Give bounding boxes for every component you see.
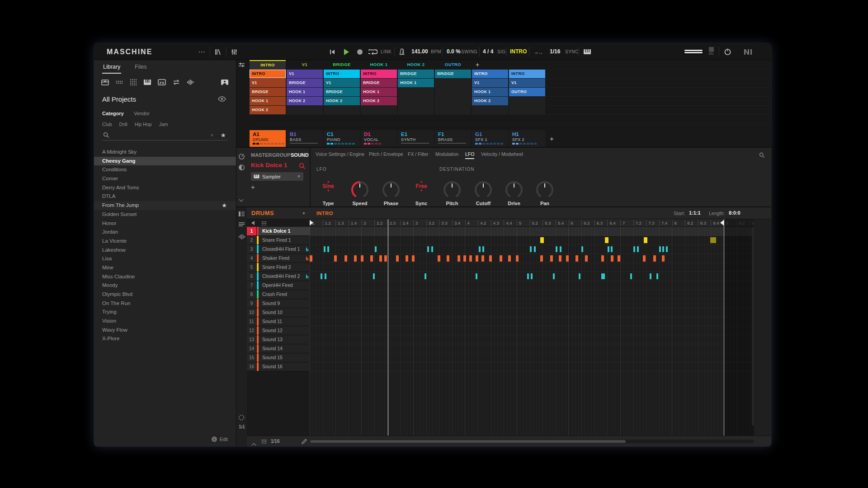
pattern-slot-empty[interactable] <box>472 106 508 114</box>
pattern-clip[interactable]: V1 <box>472 79 508 87</box>
loop-button[interactable] <box>367 43 379 60</box>
note-event[interactable] <box>427 246 429 252</box>
note-event[interactable] <box>476 255 478 262</box>
sound-row[interactable]: 9Sound 9 <box>247 299 310 308</box>
pattern-end-flag[interactable] <box>720 220 724 225</box>
note-event[interactable] <box>379 255 382 262</box>
projects-filter-icon[interactable] <box>101 79 109 86</box>
note-event[interactable] <box>581 246 583 252</box>
page-tab-pitch-envelope[interactable]: Pitch / Envelope <box>369 151 403 157</box>
panel-search-icon[interactable] <box>759 152 765 158</box>
selector-sync[interactable]: ▲Free▼ <box>408 180 435 192</box>
page-tab-lfo[interactable]: LFO <box>465 151 474 159</box>
note-event[interactable] <box>540 255 543 262</box>
horizontal-scrollbar-thumb[interactable] <box>310 440 626 443</box>
list-item-project[interactable]: Olympic Blvd <box>94 290 236 299</box>
pattern-start-flag[interactable] <box>310 220 313 225</box>
note-event[interactable] <box>710 237 716 243</box>
scene-tab-hook-2[interactable]: HOOK 2 <box>398 60 434 69</box>
note-event[interactable] <box>516 255 519 262</box>
note-event[interactable] <box>500 255 502 262</box>
pattern-group-selector[interactable]: DRUMS <box>251 210 274 216</box>
group-cell-synth[interactable]: E1SYNTH <box>398 130 434 147</box>
list-item-project[interactable]: Trying <box>94 308 236 317</box>
add-scene-button[interactable]: + <box>476 60 479 69</box>
scope-tab-group[interactable]: GROUP <box>272 152 290 158</box>
pattern-clip[interactable]: HOOK 2 <box>324 97 360 105</box>
pattern-clip[interactable]: BRIDGE <box>361 79 397 87</box>
note-event[interactable] <box>531 273 533 279</box>
note-event[interactable] <box>458 255 460 262</box>
note-event[interactable] <box>601 255 604 262</box>
sound-row[interactable]: 1Kick Dolce 1 <box>247 227 310 236</box>
tag-jam[interactable]: Jam <box>159 122 168 127</box>
restart-icon[interactable] <box>327 43 337 60</box>
fx-filter-icon[interactable]: FX <box>158 79 166 85</box>
pattern-clip[interactable]: V1 <box>509 79 545 87</box>
pattern-slot-empty[interactable] <box>361 106 397 114</box>
pattern-clip[interactable]: V1 <box>324 79 360 87</box>
keyboard-view-icon[interactable] <box>238 211 245 217</box>
pattern-clip[interactable]: BRIDGE <box>287 79 323 87</box>
tag-hip-hop[interactable]: Hip Hop <box>135 122 152 127</box>
sound-search-icon[interactable] <box>299 163 306 169</box>
note-event[interactable] <box>566 255 569 262</box>
step-grid-icon[interactable] <box>261 221 267 225</box>
quantize-value[interactable]: 1/16 <box>550 43 560 60</box>
group-cell-piano[interactable]: C1PIANO <box>324 130 360 147</box>
filter-tab-vendor[interactable]: Vendor <box>134 111 150 116</box>
note-event[interactable] <box>476 273 477 279</box>
overflow-menu-icon[interactable]: ⋯ <box>196 43 207 60</box>
browser-toggle-icon[interactable] <box>212 43 223 60</box>
pattern-clip[interactable]: INTRO <box>324 70 360 78</box>
group-cell-vocal[interactable]: D1VOCAL <box>361 130 397 147</box>
sound-row[interactable]: 16Sound 16 <box>247 362 310 371</box>
filter-tab-category[interactable]: Category <box>102 111 124 116</box>
pattern-clip[interactable]: HOOK 2 <box>472 97 508 105</box>
add-plugin-button[interactable]: + <box>251 183 255 191</box>
note-event[interactable] <box>662 255 665 262</box>
tag-drill[interactable]: Drill <box>119 122 127 127</box>
note-event[interactable] <box>530 246 532 252</box>
note-event[interactable] <box>579 273 580 279</box>
sound-name[interactable]: Kick Dolce 1 <box>251 162 287 169</box>
pattern-slot-empty[interactable] <box>287 106 323 114</box>
note-event[interactable] <box>334 255 337 262</box>
pattern-clip[interactable]: BRIDGE <box>324 88 360 96</box>
scope-tab-sound[interactable]: SOUND <box>291 152 309 158</box>
note-event[interactable] <box>585 255 588 262</box>
selector-down-arrow-icon[interactable]: ▼ <box>408 189 435 192</box>
sound-row[interactable]: 15Sound 15 <box>247 353 310 362</box>
show-results-eye-icon[interactable] <box>218 96 226 102</box>
sound-row[interactable]: 7OpenHH Fired <box>247 281 310 290</box>
note-event[interactable] <box>325 273 326 279</box>
pattern-slot-empty[interactable] <box>324 106 360 114</box>
list-item-project[interactable]: Jordan <box>94 228 236 237</box>
timeline-ruler[interactable]: 11.21.31.422.22.32.433.23.33.444.24.34.4… <box>310 219 754 227</box>
follow-playhead-icon[interactable]: →‥ <box>532 43 544 60</box>
pattern-slot-empty[interactable] <box>435 88 471 96</box>
power-icon[interactable] <box>722 43 733 60</box>
scene-tab-outro[interactable]: OUTRO <box>435 60 471 69</box>
scene-tab-hook-1[interactable]: HOOK 1 <box>361 60 397 69</box>
pattern-clip[interactable]: V1 <box>250 79 286 87</box>
pattern-clip[interactable]: HOOK 1 <box>398 79 434 87</box>
tab-library[interactable]: Library <box>102 61 121 74</box>
sound-row[interactable]: 12Sound 12 <box>247 326 310 335</box>
sound-row[interactable]: 14Sound 14 <box>247 344 310 353</box>
grid-setting-icon[interactable] <box>261 439 267 444</box>
note-event[interactable] <box>447 255 449 262</box>
pattern-clip[interactable]: INTRO <box>361 70 397 78</box>
pattern-clip[interactable]: HOOK 2 <box>287 97 323 105</box>
note-event[interactable] <box>310 255 312 262</box>
info-icon[interactable]: i <box>212 436 217 442</box>
sample-view-icon[interactable] <box>238 234 245 240</box>
pattern-clip[interactable]: OUTRO <box>509 88 545 96</box>
horizontal-scrollbar-track[interactable] <box>310 440 754 443</box>
pattern-clip[interactable]: INTRO <box>250 70 286 78</box>
pattern-clip[interactable]: BRIDGE <box>435 70 471 78</box>
sound-row[interactable]: 3ClosedHH Fired 1 <box>247 245 310 254</box>
note-event[interactable] <box>550 255 553 262</box>
note-event[interactable] <box>324 246 326 252</box>
record-button[interactable] <box>354 43 365 60</box>
